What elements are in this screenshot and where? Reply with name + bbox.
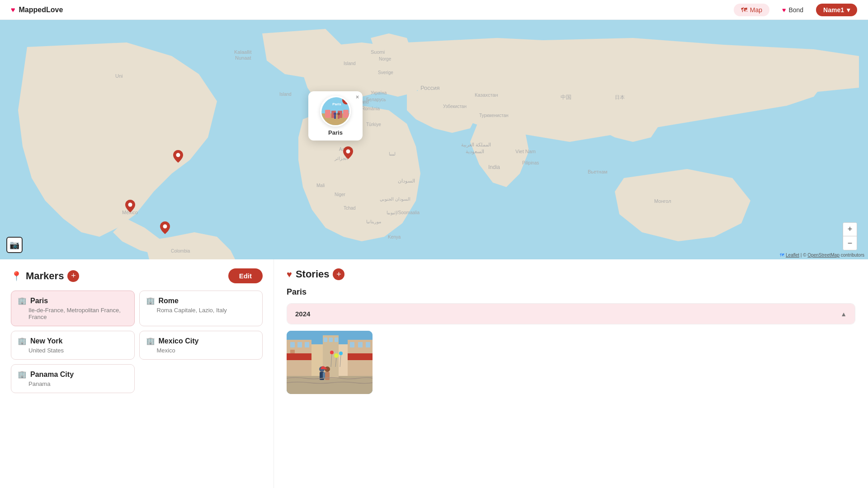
svg-rect-79 — [329, 338, 333, 342]
svg-point-47 — [128, 203, 132, 207]
svg-rect-71 — [348, 353, 373, 360]
svg-rect-67 — [297, 342, 302, 347]
year-accordion-header[interactable]: 2024 ▲ — [287, 304, 855, 324]
svg-text:Türkiye: Türkiye — [366, 122, 381, 127]
markers-header: 📍 Markers + Edit — [11, 268, 263, 283]
svg-point-55 — [334, 113, 336, 115]
svg-rect-74 — [366, 342, 370, 347]
add-marker-button[interactable]: + — [67, 270, 79, 282]
marker-card-mexico-city[interactable]: 🏢 Mexico City Mexico — [139, 331, 263, 360]
svg-point-57 — [337, 113, 340, 115]
map-marker-panama-city[interactable] — [160, 221, 170, 236]
svg-text:Suomi: Suomi — [371, 49, 385, 55]
zoom-out-button[interactable]: − — [843, 236, 857, 250]
marker-card-panama-city-name: Panama City — [30, 371, 74, 379]
marker-card-mexico-city-name: Mexico City — [159, 337, 199, 345]
map-nav-button[interactable]: 🗺 Map — [734, 4, 769, 16]
bond-nav-button[interactable]: ♥ Bond — [775, 4, 811, 16]
svg-text:Norge: Norge — [379, 56, 392, 61]
svg-text:Вьетнам: Вьетнам — [588, 169, 608, 174]
svg-text:Mali: Mali — [316, 183, 325, 188]
map-marker-new-york[interactable] — [173, 150, 183, 164]
zoom-controls: + − — [843, 222, 857, 250]
marker-card-new-york-title-row: 🏢 New York — [18, 337, 128, 345]
map-attribution: 🗺 Leaflet | © OpenStreetMap contributors — [780, 253, 864, 258]
map-marker-rome[interactable] — [343, 146, 353, 161]
svg-point-48 — [163, 225, 167, 229]
marker-card-panama-city-icon: 🏢 — [18, 370, 27, 379]
marker-card-panama-city-sub: Panama — [18, 380, 128, 387]
svg-text:India: India — [488, 164, 500, 170]
marker-card-new-york-sub: United States — [18, 347, 128, 354]
svg-rect-56 — [334, 115, 336, 119]
marker-card-rome-icon: 🏢 — [146, 296, 155, 305]
year-chevron-icon: ▲ — [840, 310, 847, 318]
marker-card-new-york-icon: 🏢 — [18, 337, 27, 345]
user-name-label: Name1 — [823, 6, 844, 14]
year-accordion: 2024 ▲ — [287, 303, 855, 324]
svg-rect-80 — [335, 338, 338, 342]
svg-text:Sverige: Sverige — [378, 70, 393, 75]
markers-grid: 🏢 Paris Ile-de-France, Metropolitan Fran… — [11, 291, 263, 393]
bond-nav-label: Bond — [788, 6, 803, 14]
svg-text:România: România — [362, 106, 380, 111]
navbar-right: 🗺 Map ♥ Bond Name1 ▾ — [734, 4, 857, 16]
marker-card-paris-icon: 🏢 — [18, 296, 27, 305]
marker-card-new-york-name: New York — [30, 337, 62, 345]
stories-title: Stories — [296, 268, 330, 280]
stories-images-row — [287, 331, 855, 394]
marker-card-paris-sub: Ile-de-France, Metropolitan France, Fran… — [18, 307, 128, 320]
marker-card-rome[interactable]: 🏢 Rome Roma Capitale, Lazio, Italy — [139, 291, 263, 326]
stories-title-group: ♥ Stories + — [287, 268, 344, 280]
map-marker-mexico-city[interactable] — [125, 200, 135, 214]
svg-rect-65 — [287, 353, 311, 360]
user-menu-button[interactable]: Name1 ▾ — [816, 4, 857, 16]
marker-card-rome-title-row: 🏢 Rome — [146, 296, 256, 305]
marker-card-paris[interactable]: 🏢 Paris Ile-de-France, Metropolitan Fran… — [11, 291, 135, 326]
svg-text:Kalaallit: Kalaallit — [234, 49, 252, 55]
osm-link[interactable]: OpenStreetMap — [807, 253, 840, 258]
svg-text:中国: 中国 — [561, 94, 571, 100]
svg-rect-72 — [350, 342, 354, 347]
svg-text:Pilipinas: Pilipinas — [522, 160, 539, 165]
brand-icon: ♥ — [11, 6, 15, 14]
map-toggle-icon: 📷 — [9, 240, 19, 250]
popup-image: Paris 1 — [320, 96, 351, 127]
svg-text:Україна: Україна — [371, 90, 387, 95]
svg-point-82 — [339, 352, 343, 355]
bond-heart-icon: ♥ — [782, 6, 786, 14]
svg-rect-91 — [325, 372, 330, 380]
marker-card-rome-name: Rome — [159, 297, 179, 305]
marker-card-panama-city[interactable]: 🏢 Panama City Panama — [11, 364, 135, 393]
edit-markers-button[interactable]: Edit — [228, 268, 263, 283]
story-image-paris[interactable] — [287, 331, 373, 394]
marker-card-mexico-city-title-row: 🏢 Mexico City — [146, 337, 256, 345]
bottom-panel: 📍 Markers + Edit 🏢 Paris Ile-de-France, … — [0, 259, 868, 488]
map-svg: Россия Казахстан Узбекистан Туркменистан… — [0, 20, 868, 259]
add-story-button[interactable]: + — [333, 268, 344, 280]
svg-text:Uni: Uni — [115, 73, 123, 79]
stories-section: ♥ Stories + Paris 2024 ▲ — [274, 259, 868, 488]
year-label: 2024 — [295, 310, 310, 318]
markers-section: 📍 Markers + Edit 🏢 Paris Ile-de-France, … — [0, 259, 274, 488]
zoom-in-button[interactable]: + — [843, 223, 857, 236]
svg-text:Россия: Россия — [420, 84, 440, 91]
svg-text:Беларусь: Беларусь — [366, 97, 386, 102]
svg-text:السودان: السودان — [398, 178, 415, 184]
svg-text:Tchad: Tchad — [344, 206, 356, 211]
svg-text:Viet Nam: Viet Nam — [515, 149, 536, 154]
map-area[interactable]: Россия Казахстан Узбекистан Туркменистан… — [0, 20, 868, 259]
popup-close-button[interactable]: × — [356, 94, 359, 100]
popup-location-label: Paris — [328, 129, 343, 136]
leaflet-link[interactable]: Leaflet — [786, 253, 799, 258]
stories-location: Paris — [287, 287, 855, 297]
svg-point-46 — [176, 153, 180, 157]
marker-card-new-york[interactable]: 🏢 New York United States — [11, 331, 135, 360]
map-toggle-button[interactable]: 📷 — [6, 237, 23, 253]
svg-text:Island: Island — [279, 92, 292, 97]
svg-text:Colombia: Colombia — [171, 249, 190, 253]
svg-text:Казахстан: Казахстан — [475, 92, 498, 98]
marker-card-paris-title-row: 🏢 Paris — [18, 296, 128, 305]
markers-title-group: 📍 Markers + — [11, 270, 79, 282]
app-name: MappedLove — [19, 6, 63, 14]
